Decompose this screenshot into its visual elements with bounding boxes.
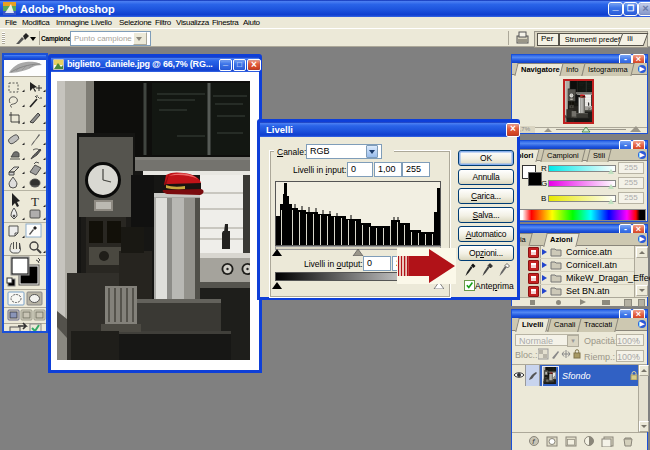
svg-text:T: T <box>31 194 39 209</box>
